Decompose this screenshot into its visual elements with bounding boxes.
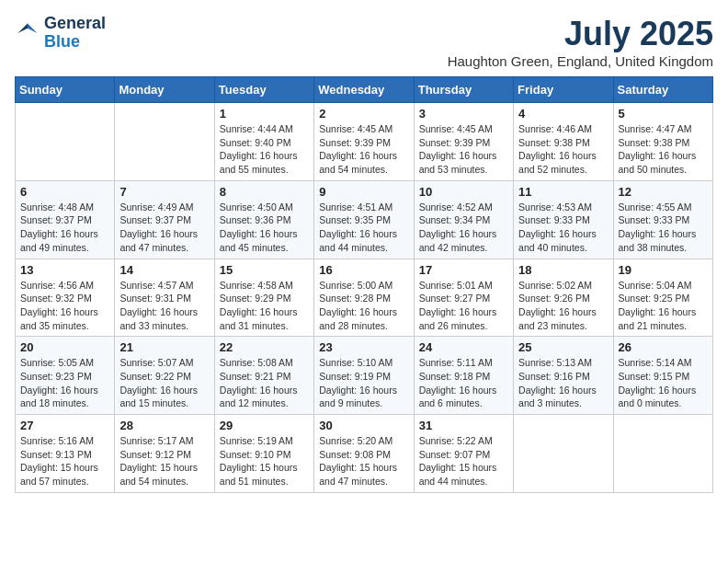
day-number: 31 <box>419 419 508 432</box>
calendar-cell: 10Sunrise: 4:52 AM Sunset: 9:34 PM Dayli… <box>414 180 513 259</box>
day-info: Sunrise: 5:05 AM Sunset: 9:23 PM Dayligh… <box>20 356 109 410</box>
calendar-cell: 12Sunrise: 4:55 AM Sunset: 9:33 PM Dayli… <box>613 180 712 259</box>
day-number: 13 <box>20 263 109 277</box>
day-info: Sunrise: 5:00 AM Sunset: 9:28 PM Dayligh… <box>319 279 408 333</box>
weekday-header-row: SundayMondayTuesdayWednesdayThursdayFrid… <box>16 77 713 103</box>
day-number: 2 <box>319 107 408 121</box>
day-number: 24 <box>419 340 508 354</box>
weekday-header-sunday: Sunday <box>16 77 115 103</box>
day-info: Sunrise: 5:17 AM Sunset: 9:12 PM Dayligh… <box>119 434 209 488</box>
logo: General Blue <box>15 15 106 52</box>
calendar-cell: 22Sunrise: 5:08 AM Sunset: 9:21 PM Dayli… <box>214 337 313 415</box>
calendar-cell: 23Sunrise: 5:10 AM Sunset: 9:19 PM Dayli… <box>314 337 414 415</box>
calendar-cell: 21Sunrise: 5:07 AM Sunset: 9:22 PM Dayli… <box>115 337 214 415</box>
logo-line1: General <box>44 15 106 33</box>
day-number: 30 <box>319 419 408 432</box>
title-block: July 2025 Haughton Green, England, Unite… <box>448 15 713 69</box>
calendar-cell: 24Sunrise: 5:11 AM Sunset: 9:18 PM Dayli… <box>414 337 513 415</box>
calendar-cell <box>514 415 613 493</box>
calendar-cell: 30Sunrise: 5:20 AM Sunset: 9:08 PM Dayli… <box>314 415 414 493</box>
day-info: Sunrise: 5:11 AM Sunset: 9:18 PM Dayligh… <box>419 356 508 410</box>
day-number: 6 <box>20 185 109 199</box>
day-number: 1 <box>220 107 309 121</box>
week-row-2: 6Sunrise: 4:48 AM Sunset: 9:37 PM Daylig… <box>16 180 713 259</box>
day-info: Sunrise: 5:02 AM Sunset: 9:26 PM Dayligh… <box>518 279 608 333</box>
calendar-cell: 28Sunrise: 5:17 AM Sunset: 9:12 PM Dayli… <box>115 415 214 493</box>
day-info: Sunrise: 5:13 AM Sunset: 9:16 PM Dayligh… <box>518 356 608 410</box>
calendar-cell: 4Sunrise: 4:46 AM Sunset: 9:38 PM Daylig… <box>514 103 613 181</box>
calendar-cell: 16Sunrise: 5:00 AM Sunset: 9:28 PM Dayli… <box>314 259 414 337</box>
week-row-3: 13Sunrise: 4:56 AM Sunset: 9:32 PM Dayli… <box>16 259 713 337</box>
calendar-cell: 26Sunrise: 5:14 AM Sunset: 9:15 PM Dayli… <box>613 337 712 415</box>
calendar-cell: 29Sunrise: 5:19 AM Sunset: 9:10 PM Dayli… <box>214 415 313 493</box>
calendar-cell: 27Sunrise: 5:16 AM Sunset: 9:13 PM Dayli… <box>16 415 115 493</box>
day-info: Sunrise: 4:53 AM Sunset: 9:33 PM Dayligh… <box>518 201 608 255</box>
day-info: Sunrise: 4:50 AM Sunset: 9:36 PM Dayligh… <box>220 201 309 255</box>
day-info: Sunrise: 5:01 AM Sunset: 9:27 PM Dayligh… <box>419 279 508 333</box>
calendar-cell: 20Sunrise: 5:05 AM Sunset: 9:23 PM Dayli… <box>16 337 115 415</box>
day-info: Sunrise: 4:56 AM Sunset: 9:32 PM Dayligh… <box>20 279 109 333</box>
calendar-cell: 7Sunrise: 4:49 AM Sunset: 9:37 PM Daylig… <box>115 180 214 259</box>
day-number: 8 <box>220 185 309 199</box>
month-title: July 2025 <box>448 15 713 53</box>
day-info: Sunrise: 4:47 AM Sunset: 9:38 PM Dayligh… <box>619 122 708 177</box>
day-number: 20 <box>20 340 109 354</box>
day-info: Sunrise: 4:44 AM Sunset: 9:40 PM Dayligh… <box>220 122 309 177</box>
day-number: 28 <box>119 419 209 432</box>
calendar-cell: 14Sunrise: 4:57 AM Sunset: 9:31 PM Dayli… <box>115 259 214 337</box>
calendar-cell: 3Sunrise: 4:45 AM Sunset: 9:39 PM Daylig… <box>414 103 513 181</box>
day-info: Sunrise: 5:04 AM Sunset: 9:25 PM Dayligh… <box>619 279 708 333</box>
calendar-cell: 17Sunrise: 5:01 AM Sunset: 9:27 PM Dayli… <box>414 259 513 337</box>
day-number: 7 <box>119 185 209 199</box>
calendar-cell: 2Sunrise: 4:45 AM Sunset: 9:39 PM Daylig… <box>314 103 414 181</box>
day-info: Sunrise: 4:51 AM Sunset: 9:35 PM Dayligh… <box>319 201 408 255</box>
calendar-cell: 18Sunrise: 5:02 AM Sunset: 9:26 PM Dayli… <box>514 259 613 337</box>
day-number: 3 <box>419 107 508 121</box>
logo-icon <box>15 20 40 46</box>
day-number: 29 <box>220 419 309 432</box>
calendar-cell: 31Sunrise: 5:22 AM Sunset: 9:07 PM Dayli… <box>414 415 513 493</box>
week-row-5: 27Sunrise: 5:16 AM Sunset: 9:13 PM Dayli… <box>16 415 713 493</box>
calendar-cell: 13Sunrise: 4:56 AM Sunset: 9:32 PM Dayli… <box>16 259 115 337</box>
calendar-cell: 15Sunrise: 4:58 AM Sunset: 9:29 PM Dayli… <box>214 259 313 337</box>
weekday-header-saturday: Saturday <box>613 77 712 103</box>
day-info: Sunrise: 4:45 AM Sunset: 9:39 PM Dayligh… <box>419 122 508 177</box>
day-number: 16 <box>319 263 408 277</box>
day-number: 15 <box>220 263 309 277</box>
day-number: 10 <box>419 185 508 199</box>
day-number: 5 <box>619 107 708 121</box>
svg-marker-0 <box>28 23 38 33</box>
day-info: Sunrise: 4:55 AM Sunset: 9:33 PM Dayligh… <box>619 201 708 255</box>
day-info: Sunrise: 5:14 AM Sunset: 9:15 PM Dayligh… <box>619 356 708 410</box>
calendar-table: SundayMondayTuesdayWednesdayThursdayFrid… <box>15 76 713 493</box>
day-number: 12 <box>619 185 708 199</box>
week-row-1: 1Sunrise: 4:44 AM Sunset: 9:40 PM Daylig… <box>16 103 713 181</box>
day-info: Sunrise: 4:45 AM Sunset: 9:39 PM Dayligh… <box>319 122 408 177</box>
page-header: General Blue July 2025 Haughton Green, E… <box>15 15 713 69</box>
day-number: 9 <box>319 185 408 199</box>
week-row-4: 20Sunrise: 5:05 AM Sunset: 9:23 PM Dayli… <box>16 337 713 415</box>
day-info: Sunrise: 5:19 AM Sunset: 9:10 PM Dayligh… <box>220 434 309 488</box>
day-info: Sunrise: 5:10 AM Sunset: 9:19 PM Dayligh… <box>319 356 408 410</box>
weekday-header-monday: Monday <box>115 77 214 103</box>
calendar-cell: 8Sunrise: 4:50 AM Sunset: 9:36 PM Daylig… <box>214 180 313 259</box>
day-info: Sunrise: 5:08 AM Sunset: 9:21 PM Dayligh… <box>220 356 309 410</box>
day-number: 22 <box>220 340 309 354</box>
weekday-header-tuesday: Tuesday <box>214 77 313 103</box>
weekday-header-thursday: Thursday <box>414 77 513 103</box>
day-number: 25 <box>518 340 608 354</box>
day-number: 18 <box>518 263 608 277</box>
day-info: Sunrise: 4:48 AM Sunset: 9:37 PM Dayligh… <box>20 201 109 255</box>
weekday-header-friday: Friday <box>514 77 613 103</box>
calendar-cell: 25Sunrise: 5:13 AM Sunset: 9:16 PM Dayli… <box>514 337 613 415</box>
calendar-cell <box>613 415 712 493</box>
day-number: 4 <box>518 107 608 121</box>
calendar-cell <box>16 103 115 181</box>
day-info: Sunrise: 4:46 AM Sunset: 9:38 PM Dayligh… <box>518 122 608 177</box>
day-info: Sunrise: 5:07 AM Sunset: 9:22 PM Dayligh… <box>119 356 209 410</box>
day-number: 17 <box>419 263 508 277</box>
day-info: Sunrise: 4:49 AM Sunset: 9:37 PM Dayligh… <box>119 201 209 255</box>
calendar-cell: 1Sunrise: 4:44 AM Sunset: 9:40 PM Daylig… <box>214 103 313 181</box>
day-info: Sunrise: 5:22 AM Sunset: 9:07 PM Dayligh… <box>419 434 508 488</box>
day-number: 26 <box>619 340 708 354</box>
